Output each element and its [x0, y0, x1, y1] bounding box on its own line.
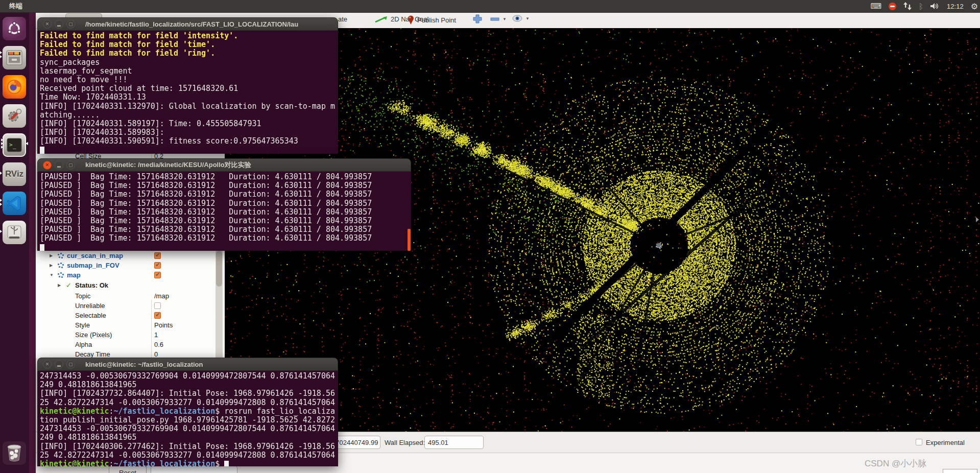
- close-icon[interactable]: ✕: [43, 161, 52, 170]
- terminal-title: kinetic@kinetic: /media/kinetic/KESU/Apo…: [85, 160, 251, 170]
- status-row[interactable]: ▶ ✓ Status: Ok: [36, 280, 225, 290]
- publish-point-label: Publish Point: [417, 16, 456, 24]
- network-arrows-icon[interactable]: [903, 0, 912, 12]
- launcher-bar: >_ RViz: [0, 12, 29, 473]
- launcher-item-rviz[interactable]: RViz: [3, 162, 26, 186]
- property-row-size-pixels[interactable]: Size (Pixels) 1: [36, 330, 225, 340]
- terminal-window-fastlio-launch[interactable]: ✕ ▂ ▢ /home/kinetic/fastlio_localization…: [37, 17, 338, 154]
- terminal-line: Time Now: 1702440331.13: [40, 93, 338, 102]
- display-row-submap-in-fov[interactable]: ▶ submap_in_FOV: [36, 261, 225, 270]
- close-icon[interactable]: ✕: [43, 20, 52, 29]
- bluetooth-icon[interactable]: ᛒ: [919, 0, 923, 12]
- selectable-checkbox[interactable]: [154, 312, 161, 319]
- chevron-down-icon: ▼: [525, 16, 530, 21]
- terminal-scrollbar-thumb[interactable]: [408, 229, 411, 251]
- property-label: Style: [75, 321, 90, 329]
- launcher-item-usb-drive[interactable]: [3, 221, 26, 244]
- running-pip: [1, 146, 3, 149]
- property-value[interactable]: /map: [154, 292, 169, 300]
- terminal-titlebar[interactable]: ✕ ▂ ▢ /home/kinetic/fastlio_localization…: [37, 17, 338, 31]
- firefox-icon: [3, 75, 26, 99]
- experimental-checkbox[interactable]: [916, 439, 922, 445]
- launcher-item-trash[interactable]: [3, 441, 26, 465]
- terminal-titlebar[interactable]: ✕ ▂ ▢ kinetic@kinetic: /media/kinetic/KE…: [37, 158, 411, 172]
- property-row-style[interactable]: Style Points: [36, 320, 225, 330]
- terminal-line: sync_packages: [40, 58, 338, 67]
- launcher-item-settings[interactable]: [3, 104, 26, 128]
- terminal-line: 247314453 -0.00530679332769904 0.0140999…: [40, 372, 338, 381]
- status-ok-check-icon: ✓: [66, 281, 71, 289]
- enabled-checkbox[interactable]: [154, 252, 161, 259]
- property-row-unreliable[interactable]: Unreliable: [36, 301, 225, 311]
- launcher-item-terminal[interactable]: >_: [3, 133, 26, 157]
- session-gear-icon[interactable]: ⚙: [971, 0, 978, 12]
- terminal-line: [INFO] [1702437732.864407]: Initial Pose…: [40, 389, 338, 398]
- property-row-alpha[interactable]: Alpha 0.6: [36, 340, 225, 349]
- tool-publish-point[interactable]: Publish Point: [408, 15, 456, 25]
- terminal-body[interactable]: Failed to find match for field 'intensit…: [37, 31, 338, 154]
- maximize-icon[interactable]: ▢: [66, 161, 75, 170]
- do-not-disturb-icon[interactable]: [889, 0, 896, 12]
- visibility-tool-button[interactable]: ▼: [512, 14, 530, 22]
- terminal-window-rosbag[interactable]: ✕ ▂ ▢ kinetic@kinetic: /media/kinetic/KE…: [37, 158, 411, 251]
- clock[interactable]: 12:12: [947, 3, 964, 10]
- terminal-body[interactable]: 247314453 -0.00530679332769904 0.0140999…: [37, 371, 338, 466]
- display-row-cur-scan-in-map[interactable]: ▶ cur_scan_in_map: [36, 251, 225, 261]
- tool-2d-pose-estimate[interactable]: ate: [338, 15, 347, 23]
- property-row-decay-time[interactable]: Decay Time 0: [36, 349, 225, 358]
- display-name[interactable]: cur_scan_in_map: [67, 252, 123, 259]
- reset-button[interactable]: Reset: [109, 466, 147, 473]
- expander-icon[interactable]: ▶: [50, 253, 55, 258]
- display-row-map[interactable]: ▼ map: [36, 270, 225, 280]
- terminal-window-fastlio-shell[interactable]: ✕ ▂ ▢ kinetic@kinetic: ~/fastlio_localiz…: [37, 358, 338, 466]
- unreliable-checkbox[interactable]: [154, 302, 161, 309]
- expander-icon[interactable]: ▼: [50, 273, 55, 277]
- terminal-line: [40, 243, 411, 251]
- property-value[interactable]: 0.6: [154, 341, 163, 348]
- terminal-titlebar[interactable]: ✕ ▂ ▢ kinetic@kinetic: ~/fastlio_localiz…: [37, 358, 338, 371]
- expander-icon[interactable]: ▶: [58, 283, 63, 288]
- minimize-icon[interactable]: ▂: [55, 161, 63, 170]
- minimize-icon[interactable]: ▂: [55, 20, 63, 29]
- panel-scrollbar-thumb[interactable]: [216, 251, 222, 287]
- ros-time-field[interactable]: [151, 466, 237, 473]
- minimize-icon[interactable]: ▂: [55, 360, 63, 369]
- rviz-icon: RViz: [3, 162, 26, 186]
- terminal-line: [PAUSED ] Bag Time: 1571648320.631912 Du…: [40, 208, 411, 217]
- running-pip: [0, 230, 2, 233]
- panel-scrollbar[interactable]: [216, 250, 223, 358]
- property-value[interactable]: 0: [154, 350, 158, 358]
- close-icon[interactable]: ✕: [43, 360, 52, 369]
- terminal-body[interactable]: [PAUSED ] Bag Time: 1571648320.631912 Du…: [37, 172, 411, 251]
- display-name[interactable]: map: [67, 271, 81, 279]
- launcher-item-vscode[interactable]: [3, 192, 26, 215]
- vscode-icon: [3, 192, 26, 215]
- remove-display-button[interactable]: ▼: [490, 14, 507, 23]
- property-value[interactable]: 1: [154, 331, 158, 339]
- keyboard-indicator-icon[interactable]: ⌨: [870, 0, 881, 12]
- property-row-selectable[interactable]: Selectable: [36, 311, 225, 320]
- panel-collapse-arrow[interactable]: [976, 217, 979, 222]
- launcher-item-firefox[interactable]: [3, 75, 26, 99]
- running-pip: [0, 172, 2, 175]
- add-display-button[interactable]: [473, 14, 482, 23]
- running-pip: [0, 203, 2, 206]
- property-row-topic[interactable]: Topic /map: [36, 291, 225, 301]
- active-app-title: 终端: [9, 2, 22, 11]
- terminal-line: [INFO] [1702440331.589197]: Time: 0.4555…: [40, 120, 338, 128]
- volume-icon[interactable]: [930, 0, 940, 12]
- terminal-line: kinetic@kinetic:~/fastlio_localization$ …: [40, 407, 338, 416]
- display-name[interactable]: submap_in_FOV: [67, 262, 119, 269]
- property-label: Size (Pixels): [75, 331, 112, 339]
- maximize-icon[interactable]: ▢: [66, 20, 75, 29]
- property-value[interactable]: Points: [154, 321, 173, 329]
- enabled-checkbox[interactable]: [154, 262, 161, 269]
- file-cabinet-icon: [3, 46, 26, 69]
- expander-icon[interactable]: ▶: [50, 263, 55, 268]
- terminal-line: atching......: [40, 111, 338, 120]
- maximize-icon[interactable]: ▢: [66, 360, 75, 369]
- enabled-checkbox[interactable]: [154, 272, 161, 278]
- launcher-item-dash[interactable]: [3, 17, 26, 40]
- wall-elapsed-field[interactable]: 495.01: [424, 436, 484, 449]
- launcher-item-files[interactable]: [3, 46, 26, 69]
